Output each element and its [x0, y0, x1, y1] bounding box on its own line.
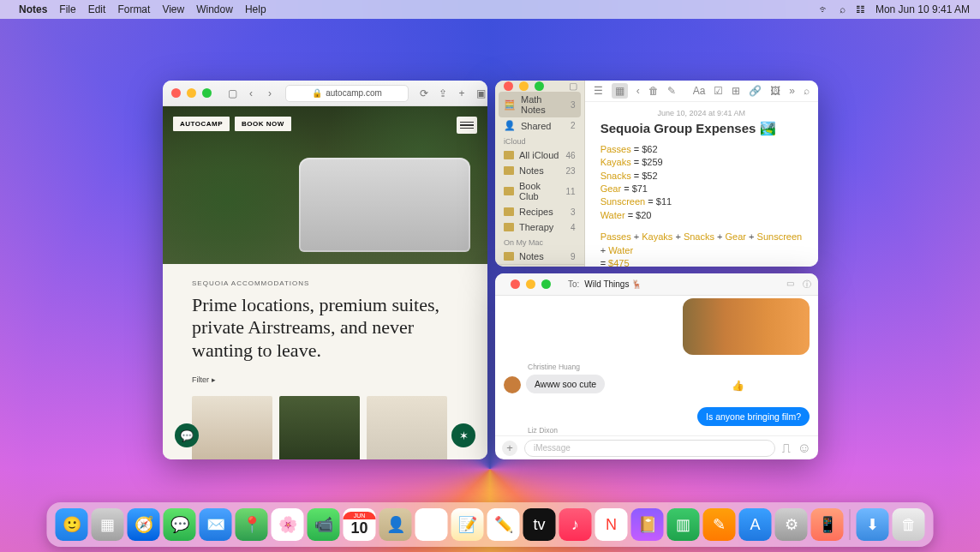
dock-trash[interactable]: 🗑	[893, 508, 925, 541]
new-tab-icon[interactable]: +	[455, 87, 469, 100]
trash-icon[interactable]: 🗑	[648, 85, 659, 97]
sidebar-icon[interactable]: ▢	[225, 87, 239, 100]
view-menu[interactable]: View	[162, 3, 184, 15]
sidebar-item-recipes[interactable]: Recipes3	[495, 204, 584, 219]
photo-attachment[interactable]	[683, 298, 810, 355]
book-now-button[interactable]: BOOK NOW	[235, 117, 291, 131]
chat-fab[interactable]: 💬	[175, 423, 199, 447]
dock-music[interactable]: ♪	[559, 508, 592, 541]
dock-news[interactable]: N	[595, 508, 628, 541]
dock-calendar[interactable]: JUN10	[344, 508, 376, 541]
emoji-icon[interactable]: ☺	[798, 441, 811, 456]
message-input[interactable]: iMessage	[524, 440, 775, 457]
file-menu[interactable]: File	[59, 3, 75, 15]
dock-messages[interactable]: 💬	[164, 508, 196, 541]
back-button[interactable]: ‹	[244, 87, 258, 100]
to-field[interactable]: Wild Things 🦌	[584, 279, 642, 289]
avatar[interactable]	[504, 376, 521, 393]
note-editor[interactable]: June 10, 2024 at 9:41 AM Sequoia Group E…	[585, 102, 818, 267]
share-icon[interactable]: ⇪	[436, 87, 450, 100]
wifi-icon[interactable]: ᯤ	[819, 3, 829, 15]
list-view-icon[interactable]: ☰	[594, 85, 603, 97]
edit-menu[interactable]: Edit	[88, 3, 106, 15]
zoom-button[interactable]	[202, 88, 212, 98]
link-icon[interactable]: 🔗	[749, 85, 762, 97]
dock-finder[interactable]: 🙂	[56, 508, 88, 541]
dock-launchpad[interactable]: ▦	[92, 508, 124, 541]
op: +	[601, 245, 606, 255]
zoom-button[interactable]	[535, 81, 544, 91]
sidebar-item-count: 4	[571, 223, 576, 232]
hamburger-menu[interactable]	[457, 117, 477, 134]
grid-view-icon[interactable]: ▦	[612, 83, 628, 99]
thumb-3[interactable]	[367, 396, 447, 459]
info-icon[interactable]: ⓘ	[803, 279, 811, 291]
control-center-icon[interactable]: 𝌮	[856, 3, 865, 15]
message-bubble-in[interactable]: Awww soo cute	[526, 375, 605, 393]
sidebar-item-onmac-notes[interactable]: Notes9	[495, 249, 584, 264]
dock-notes[interactable]: 📝	[451, 508, 484, 541]
format-icon[interactable]: Aa	[693, 85, 706, 97]
close-button[interactable]	[171, 88, 181, 98]
help-menu[interactable]: Help	[245, 3, 266, 15]
audio-icon[interactable]: ⎍	[782, 441, 791, 456]
more-icon[interactable]: »	[789, 85, 795, 97]
sidebar-item-all-icloud[interactable]: All iCloud46	[495, 147, 584, 163]
minimize-button[interactable]	[519, 81, 529, 91]
reload-icon[interactable]: ⟳	[417, 87, 431, 100]
dock-pages[interactable]: ✎	[703, 508, 736, 541]
dock-facetime[interactable]: 📹	[308, 508, 340, 541]
sidebar-item-book-club[interactable]: Book Club11	[495, 178, 584, 204]
table-icon[interactable]: ⊞	[732, 85, 740, 97]
address-bar[interactable]: 🔒 autocamp.com	[285, 85, 409, 102]
media-icon[interactable]: 🖼	[770, 85, 780, 97]
dock-settings[interactable]: ⚙	[775, 508, 808, 541]
message-bubble-out[interactable]: Is anyone bringing film?	[697, 407, 810, 426]
sidebar-item-therapy[interactable]: Therapy4	[495, 219, 584, 235]
sidebar-item-notes[interactable]: Notes23	[495, 163, 584, 178]
dock-freeform[interactable]: ✏️	[487, 508, 520, 541]
tapback-icon[interactable]: 👍	[732, 380, 744, 392]
search-icon[interactable]: ⌕	[804, 85, 810, 97]
dock-maps[interactable]: 📍	[236, 508, 268, 541]
thumb-2[interactable]	[279, 396, 360, 459]
accessibility-fab[interactable]: ✶	[451, 423, 475, 447]
tabs-icon[interactable]: ▣	[474, 87, 487, 100]
sidebar-toggle-icon[interactable]: ▢	[569, 81, 584, 92]
thumb-1[interactable]	[192, 396, 272, 459]
dock-journal[interactable]: 📔	[631, 508, 664, 541]
dock-photos[interactable]: 🌸	[272, 508, 304, 541]
dock-numbers[interactable]: ▥	[667, 508, 700, 541]
forward-button[interactable]: ›	[263, 87, 277, 100]
dock-downloads[interactable]: ⬇	[857, 508, 889, 541]
folder-icon	[504, 252, 514, 261]
compose-icon[interactable]: ✎	[667, 85, 676, 97]
dock-iphone-mirroring[interactable]: 📱	[811, 508, 844, 541]
minimize-button[interactable]	[187, 88, 196, 98]
dock-tv[interactable]: tv	[523, 508, 556, 541]
filter-button[interactable]: Filter ▸	[192, 375, 458, 384]
checklist-icon[interactable]: ☑	[714, 85, 723, 97]
dock-contacts[interactable]: 👤	[379, 508, 412, 541]
clock[interactable]: Mon Jun 10 9:41 AM	[875, 3, 970, 15]
search-icon[interactable]: ⌕	[840, 3, 846, 15]
dock-safari[interactable]: 🧭	[128, 508, 160, 541]
dock-reminders[interactable]: ▤	[415, 508, 448, 541]
close-button[interactable]	[511, 279, 520, 289]
facetime-icon[interactable]: ▭	[786, 279, 794, 291]
minimize-button[interactable]	[526, 279, 535, 289]
dock-mail[interactable]: ✉️	[200, 508, 232, 541]
zoom-button[interactable]	[541, 279, 551, 289]
sidebar-item-math-notes[interactable]: 🧮 Math Notes 3	[499, 92, 581, 117]
note-title: Sequoia Group Expenses 🏞️	[601, 121, 803, 136]
app-menu[interactable]: Notes	[19, 3, 47, 15]
close-button[interactable]	[504, 81, 513, 91]
new-folder-button[interactable]: ⊕New Folder	[495, 264, 584, 267]
sidebar-item-shared[interactable]: 👤 Shared 2	[495, 117, 584, 134]
back-icon[interactable]: ‹	[636, 85, 640, 97]
window-menu[interactable]: Window	[196, 3, 233, 15]
apps-button[interactable]: +	[502, 441, 517, 456]
site-logo[interactable]: AUTOCAMP	[173, 117, 230, 131]
dock-appstore[interactable]: A	[739, 508, 772, 541]
format-menu[interactable]: Format	[117, 3, 150, 15]
